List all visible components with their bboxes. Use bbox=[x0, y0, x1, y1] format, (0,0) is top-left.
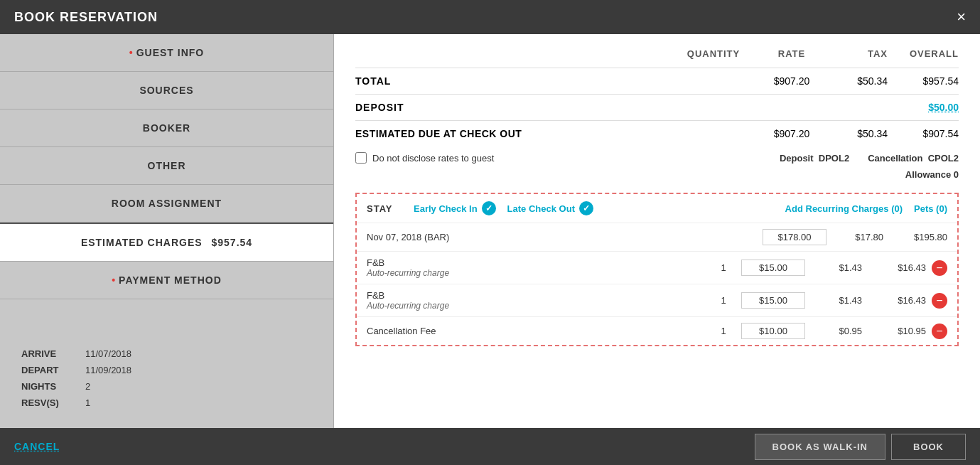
charge-fb2-subdesc: Auto-recurring charge bbox=[367, 301, 706, 311]
sidebar-item-payment-method[interactable]: •PAYMENT METHOD bbox=[0, 262, 333, 299]
charge-cancel-qty: 1 bbox=[706, 326, 741, 336]
header-rate: RATE bbox=[753, 48, 831, 59]
total-label: TOTAL bbox=[355, 75, 753, 87]
estimated-tax: $50.34 bbox=[831, 128, 888, 139]
resvs-row: RESV(S) 1 bbox=[21, 397, 312, 408]
guest-details-panel: ARRIVE 11/07/2018 DEPART 11/09/2018 NIGH… bbox=[0, 334, 333, 428]
charge-row-cancel-fee: Cancellation Fee 1 $0.95 $10.95 − bbox=[357, 316, 957, 345]
remove-cancel-fee-button[interactable]: − bbox=[932, 324, 947, 339]
charge-fb1-tax: $1.43 bbox=[805, 262, 862, 273]
charge-nov07-tax: $17.80 bbox=[826, 232, 883, 242]
sidebar-item-booker[interactable]: BOOKER bbox=[0, 109, 333, 147]
charge-fb2-qty: 1 bbox=[706, 295, 741, 306]
charges-table: QUANTITY RATE TAX OVERALL TOTAL $907.20 … bbox=[334, 34, 980, 193]
sidebar-item-room-assignment[interactable]: ROOM ASSIGNMENT bbox=[0, 185, 333, 223]
sidebar-item-guest-info[interactable]: •GUEST INFO bbox=[0, 34, 333, 72]
modal-header: BOOK RESERVATION × bbox=[0, 0, 980, 34]
deposit-policy-label: Deposit DPOL2 bbox=[780, 153, 849, 164]
sidebar-nav: •GUEST INFO SOURCES BOOKER OTHER ROOM AS… bbox=[0, 34, 333, 299]
resvs-value: 1 bbox=[85, 397, 90, 408]
deposit-amount[interactable]: $50.00 bbox=[888, 102, 959, 113]
book-walk-in-button[interactable]: BOOK AS WALK-IN bbox=[755, 434, 885, 460]
cancel-button[interactable]: CANCEL bbox=[14, 441, 60, 452]
nights-row: NIGHTS 2 bbox=[21, 381, 312, 392]
charge-fb1-rate[interactable] bbox=[741, 260, 805, 276]
charge-fb1-subdesc: Auto-recurring charge bbox=[367, 268, 706, 278]
estimated-label: ESTIMATED DUE AT CHECK OUT bbox=[355, 128, 753, 139]
close-button[interactable]: × bbox=[957, 9, 966, 25]
late-checkout-button[interactable]: Late Check Out ✓ bbox=[507, 201, 593, 215]
modal-body: •GUEST INFO SOURCES BOOKER OTHER ROOM AS… bbox=[0, 34, 980, 428]
arrive-label: ARRIVE bbox=[21, 348, 71, 359]
depart-value: 11/09/2018 bbox=[85, 365, 131, 375]
main-content: QUANTITY RATE TAX OVERALL TOTAL $907.20 … bbox=[334, 34, 980, 428]
allowance-value: 0 bbox=[954, 169, 959, 180]
charge-cancel-overall: $10.95 bbox=[862, 326, 926, 336]
estimated-rate: $907.20 bbox=[753, 128, 831, 139]
remove-fb2-button[interactable]: − bbox=[932, 293, 947, 309]
charge-fb2-overall: $16.43 bbox=[862, 295, 926, 306]
sidebar-item-estimated-charges[interactable]: ESTIMATED CHARGES $957.54 bbox=[0, 223, 333, 262]
charge-nov07-desc: Nov 07, 2018 (BAR) bbox=[367, 232, 727, 242]
charge-cancel-rate[interactable] bbox=[741, 323, 805, 339]
pets-button[interactable]: Pets (0) bbox=[914, 203, 947, 214]
charge-cancel-tax: $0.95 bbox=[805, 326, 862, 336]
table-header-row: QUANTITY RATE TAX OVERALL bbox=[355, 48, 959, 59]
total-overall: $957.54 bbox=[888, 75, 959, 87]
sidebar-item-sources[interactable]: SOURCES bbox=[0, 72, 333, 109]
charge-fb2-tax: $1.43 bbox=[805, 295, 862, 306]
depart-label: DEPART bbox=[21, 365, 71, 375]
required-indicator: • bbox=[129, 47, 134, 58]
modal-footer: CANCEL BOOK AS WALK-IN BOOK bbox=[0, 428, 980, 465]
estimated-row: ESTIMATED DUE AT CHECK OUT $907.20 $50.3… bbox=[355, 121, 959, 146]
arrive-value: 11/07/2018 bbox=[85, 348, 131, 359]
charge-nov07-rate[interactable] bbox=[763, 229, 826, 245]
book-button[interactable]: BOOK bbox=[891, 434, 966, 460]
sidebar: •GUEST INFO SOURCES BOOKER OTHER ROOM AS… bbox=[0, 34, 334, 428]
add-recurring-charges-button[interactable]: Add Recurring Charges (0) bbox=[785, 203, 903, 214]
early-checkin-icon: ✓ bbox=[482, 201, 496, 215]
stay-title: STAY bbox=[367, 203, 402, 214]
charge-fb1-desc: F&B bbox=[367, 257, 706, 268]
depart-row: DEPART 11/09/2018 bbox=[21, 365, 312, 375]
allowance-row: Allowance 0 bbox=[355, 168, 959, 186]
deposit-label: DEPOSIT bbox=[355, 102, 888, 113]
arrive-row: ARRIVE 11/07/2018 bbox=[21, 348, 312, 359]
estimated-overall: $907.54 bbox=[888, 128, 959, 139]
stay-header: STAY Early Check In ✓ Late Check Out ✓ A… bbox=[357, 194, 957, 223]
disclose-rates-checkbox[interactable] bbox=[355, 152, 367, 164]
disclose-rates-label: Do not disclose rates to guest bbox=[372, 153, 494, 164]
total-rate: $907.20 bbox=[753, 75, 831, 87]
nights-label: NIGHTS bbox=[21, 381, 71, 392]
late-checkout-icon: ✓ bbox=[579, 201, 593, 215]
header-tax: TAX bbox=[831, 48, 888, 59]
header-quantity: QUANTITY bbox=[674, 48, 753, 59]
deposit-row: DEPOSIT $50.00 bbox=[355, 95, 959, 121]
footer-right: BOOK AS WALK-IN BOOK bbox=[755, 434, 966, 460]
charge-cancel-desc: Cancellation Fee bbox=[367, 326, 706, 336]
charge-fb2-desc: F&B bbox=[367, 290, 706, 301]
charge-fb1-overall: $16.43 bbox=[862, 262, 926, 273]
total-row: TOTAL $907.20 $50.34 $957.54 bbox=[355, 68, 959, 95]
charge-fb2-rate[interactable] bbox=[741, 292, 805, 309]
modal-title: BOOK RESERVATION bbox=[14, 10, 158, 25]
header-overall: OVERALL bbox=[888, 48, 959, 59]
charge-fb1-qty: 1 bbox=[706, 262, 741, 273]
resvs-label: RESV(S) bbox=[21, 397, 71, 408]
charge-row-nov07: Nov 07, 2018 (BAR) $17.80 $195.80 bbox=[357, 223, 957, 251]
remove-fb1-button[interactable]: − bbox=[932, 260, 947, 276]
charge-row-fb1: F&B Auto-recurring charge 1 $1.43 $16.43… bbox=[357, 251, 957, 284]
allowance-label: Allowance bbox=[905, 169, 951, 180]
charge-nov07-overall: $195.80 bbox=[883, 232, 947, 242]
total-tax: $50.34 bbox=[831, 75, 888, 87]
payment-required-indicator: • bbox=[112, 274, 116, 286]
stay-section: STAY Early Check In ✓ Late Check Out ✓ A… bbox=[355, 193, 959, 346]
early-checkin-button[interactable]: Early Check In ✓ bbox=[414, 201, 496, 215]
disclose-rates-row: Do not disclose rates to guest Deposit D… bbox=[355, 146, 959, 168]
nights-value: 2 bbox=[85, 381, 90, 392]
sidebar-item-other[interactable]: OTHER bbox=[0, 147, 333, 185]
charge-row-fb2: F&B Auto-recurring charge 1 $1.43 $16.43… bbox=[357, 284, 957, 316]
cancellation-policy-label: Cancellation CPOL2 bbox=[868, 153, 959, 164]
